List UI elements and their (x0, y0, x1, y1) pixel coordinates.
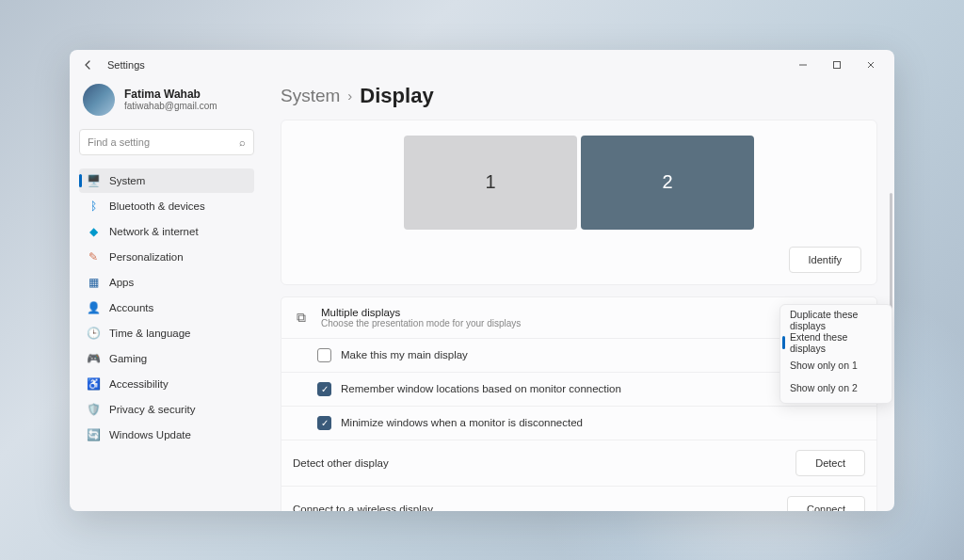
sidebar-item-personalization[interactable]: ✎Personalization (79, 245, 254, 269)
monitor-2[interactable]: 2 (581, 136, 754, 230)
user-block[interactable]: Fatima Wahab fatiwahab@gmail.com (79, 80, 254, 129)
nav-label: System (109, 175, 145, 186)
main-display-checkbox[interactable] (317, 348, 331, 362)
row-label: Detect other display (293, 457, 389, 469)
maximize-button[interactable] (821, 52, 853, 78)
nav-icon: 👤 (87, 301, 100, 314)
close-button[interactable] (855, 52, 887, 78)
breadcrumb: System › Display (281, 80, 877, 120)
nav-label: Gaming (109, 353, 147, 364)
nav-label: Accounts (109, 302, 153, 313)
sidebar-item-network-internet[interactable]: ◆Network & internet (79, 219, 254, 244)
nav-icon: 🖥️ (87, 174, 100, 187)
minimize-windows-checkbox[interactable]: ✓ (317, 416, 331, 430)
sidebar-item-bluetooth-devices[interactable]: ᛒBluetooth & devices (79, 194, 254, 218)
sidebar-item-apps[interactable]: ▦Apps (79, 270, 254, 295)
sidebar-item-gaming[interactable]: 🎮Gaming (79, 346, 254, 371)
checkbox-label: Make this my main display (341, 349, 468, 360)
svg-rect-1 (834, 61, 841, 68)
search-input[interactable] (88, 136, 239, 148)
nav-label: Time & language (109, 328, 191, 339)
main-content: System › Display 1 2 Identify Duplicate … (260, 80, 894, 511)
nav-label: Privacy & security (109, 404, 195, 415)
display-arrangement-panel: 1 2 Identify (281, 120, 877, 285)
page-title: Display (360, 84, 433, 108)
nav-icon: 🛡️ (87, 403, 100, 416)
search-icon: ⌕ (239, 136, 246, 148)
sidebar-item-windows-update[interactable]: 🔄Windows Update (79, 423, 254, 447)
wireless-display-row: Connect to a wireless display Connect (281, 487, 877, 511)
nav-icon: ᛒ (87, 200, 100, 213)
window-title: Settings (107, 59, 145, 71)
search-box[interactable]: ⌕ (79, 129, 254, 155)
nav-label: Apps (109, 277, 134, 288)
dropdown-item-duplicate[interactable]: Duplicate these displays (780, 309, 892, 331)
detect-display-row: Detect other display Detect (281, 440, 877, 487)
dropdown-item-show-1[interactable]: Show only on 1 (780, 354, 892, 376)
nav-label: Bluetooth & devices (109, 200, 205, 212)
user-name: Fatima Wahab (124, 88, 217, 101)
identify-button[interactable]: Identify (789, 247, 861, 273)
monitor-1[interactable]: 1 (404, 136, 577, 230)
nav-label: Accessibility (109, 378, 169, 390)
minimize-windows-row: ✓ Minimize windows when a monitor is dis… (281, 407, 877, 440)
titlebar: Settings (70, 50, 894, 80)
nav-icon: 🕒 (87, 327, 100, 340)
avatar (83, 84, 115, 116)
nav-icon: 🎮 (87, 352, 100, 365)
checkbox-label: Remember window locations based on monit… (341, 383, 621, 394)
minimize-button[interactable] (787, 52, 819, 78)
sidebar-item-time-language[interactable]: 🕒Time & language (79, 321, 254, 345)
sidebar-item-accessibility[interactable]: ♿Accessibility (79, 372, 254, 396)
chevron-right-icon: › (347, 88, 352, 104)
dropdown-item-extend[interactable]: Extend these displays (780, 331, 892, 354)
sidebar-item-privacy-security[interactable]: 🛡️Privacy & security (79, 397, 254, 422)
display-mode-dropdown: Duplicate these displays Extend these di… (779, 304, 892, 404)
setting-title: Multiple displays (321, 307, 521, 318)
dropdown-item-show-2[interactable]: Show only on 2 (780, 376, 892, 399)
nav-label: Personalization (109, 251, 184, 263)
displays-icon: ⧉ (293, 310, 310, 326)
nav-icon: ◆ (87, 225, 100, 238)
sidebar-item-accounts[interactable]: 👤Accounts (79, 296, 254, 320)
nav-icon: ▦ (87, 276, 100, 289)
nav-icon: ♿ (87, 377, 100, 391)
nav-icon: ✎ (87, 250, 100, 264)
user-email: fatiwahab@gmail.com (124, 101, 217, 111)
remember-locations-checkbox[interactable]: ✓ (317, 382, 331, 396)
detect-button[interactable]: Detect (795, 450, 865, 476)
row-label: Connect to a wireless display (293, 504, 433, 511)
connect-button[interactable]: Connect (787, 496, 865, 511)
sidebar-item-system[interactable]: 🖥️System (79, 168, 254, 193)
nav-label: Windows Update (109, 429, 191, 440)
sidebar: Fatima Wahab fatiwahab@gmail.com ⌕ 🖥️Sys… (70, 80, 260, 511)
nav-icon: 🔄 (87, 428, 100, 441)
breadcrumb-parent[interactable]: System (281, 86, 340, 106)
checkbox-label: Minimize windows when a monitor is disco… (341, 417, 583, 428)
back-button[interactable] (77, 54, 100, 76)
nav-label: Network & internet (109, 226, 199, 237)
setting-subtitle: Choose the presentation mode for your di… (321, 318, 521, 328)
settings-window: Settings Fatima Wahab fatiwahab@gmail.co… (70, 50, 894, 511)
